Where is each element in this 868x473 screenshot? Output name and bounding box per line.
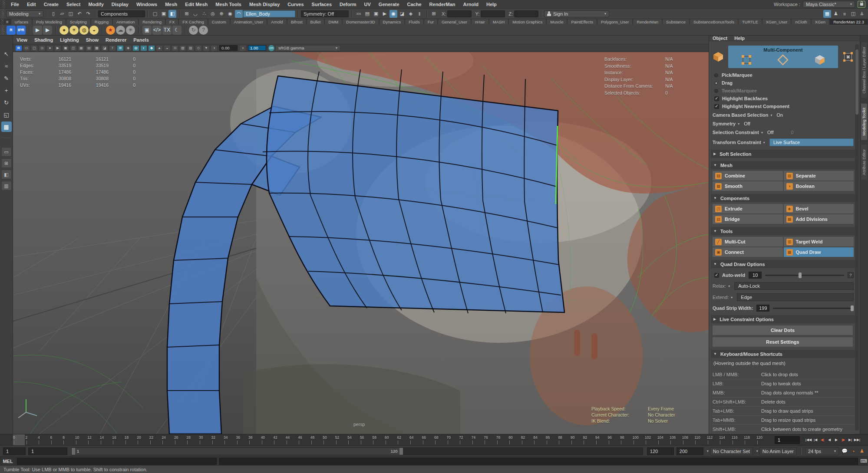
batch-render-icon[interactable]: ▶	[33, 26, 42, 35]
timeline-tick[interactable]: 86	[546, 434, 558, 445]
quad-draw-options-header[interactable]: ▼Quad Draw Options	[711, 260, 857, 268]
panel-menu-item[interactable]: Lighting	[60, 37, 79, 43]
playback-button[interactable]: |◀	[812, 437, 819, 443]
menu-item[interactable]: Curves	[284, 2, 307, 7]
component-command-button[interactable]: ◳Extrude	[713, 204, 783, 214]
viewport-canvas[interactable]: Verts:16121161210 Edges:33519335190 Face…	[13, 52, 709, 434]
gamma-icon[interactable]: ◑	[239, 45, 246, 51]
transform-constraint-row[interactable]: Transform Constraint▾Live Surface	[713, 138, 854, 146]
auto-key-icon[interactable]: 💬	[841, 447, 848, 455]
extend-value[interactable]: Edge	[737, 293, 854, 301]
sun-light-icon[interactable]: ☀	[69, 26, 79, 35]
panel-toolbar-icon[interactable]: ⊞	[117, 45, 124, 51]
timeline-tick[interactable]: 64	[409, 434, 422, 445]
render-action-icon[interactable]: ‖	[416, 10, 423, 18]
sidebar-toggle-icon[interactable]: ◫	[849, 10, 857, 18]
shelf-tab[interactable]: RenderMan 22.3	[830, 19, 868, 25]
timeline-tick[interactable]: 48	[310, 434, 323, 445]
panel-menu-item[interactable]: Show	[86, 37, 99, 43]
selection-mask-dropdown[interactable]: Components	[98, 10, 145, 17]
rotate-tool[interactable]: ↻	[1, 97, 12, 108]
scale-tool[interactable]: ◱	[1, 109, 12, 120]
layout-single-pane[interactable]: ▭	[1, 147, 12, 157]
timeline-tick[interactable]: 56	[360, 434, 373, 445]
timeline-tick[interactable]: 44	[286, 434, 298, 445]
timeline-tick[interactable]: 102	[645, 434, 657, 445]
lasso-tool[interactable]: ≈	[1, 61, 12, 71]
checkbox-option[interactable]: ✓Highlight Nearest Component	[713, 104, 854, 109]
playback-button[interactable]: ▶	[833, 437, 840, 443]
panel-toolbar-icon[interactable]: ◈	[125, 45, 132, 51]
playback-button[interactable]: ▶|	[847, 437, 854, 443]
panel-toolbar-icon[interactable]: ▦	[78, 45, 85, 51]
shelf-tab[interactable]: Dynamics	[380, 19, 405, 25]
symmetry-row[interactable]: Symmetry▾Off	[713, 121, 854, 126]
timeline-tick[interactable]: 74	[472, 434, 484, 445]
panel-toolbar-icon[interactable]: ◎	[39, 45, 46, 51]
tools-section-header[interactable]: ▼Tools	[711, 227, 857, 235]
shelf-tab[interactable]: Poly Modeling	[33, 19, 66, 25]
timeline-tick[interactable]: 14	[100, 434, 112, 445]
panel-toolbar-icon[interactable]: ▧	[179, 45, 186, 51]
camera-based-selection-row[interactable]: Camera Based Selection▾On	[713, 112, 854, 118]
character-icon[interactable]: ♟	[858, 447, 866, 455]
timeline-tick[interactable]: 32	[211, 434, 224, 445]
mesh-command-button[interactable]: ▧Combine	[713, 171, 783, 181]
menu-set-dropdown[interactable]: Modeling▾	[6, 10, 43, 17]
panel-toolbar-icon[interactable]: ▼	[203, 45, 210, 51]
render-action-icon[interactable]: ◉	[389, 10, 397, 18]
render-action-icon[interactable]: ◈	[407, 10, 415, 18]
selection-mode-icon[interactable]: ◧	[168, 10, 176, 18]
playback-button[interactable]: |◀◀	[805, 437, 812, 443]
tool-command-button[interactable]: ╱Multi-Cut	[713, 237, 783, 246]
timeline-tick[interactable]: 108	[682, 434, 695, 445]
timeline-tick[interactable]: 50	[323, 434, 335, 445]
panel-toolbar-icon[interactable]: ◍	[132, 45, 139, 51]
shelf-tab[interactable]: Bullet	[307, 19, 324, 25]
render-action-icon[interactable]: ▣	[372, 10, 380, 18]
panel-toolbar-icon[interactable]: R	[15, 45, 22, 51]
vertex-mode-icon[interactable]	[741, 54, 752, 66]
timeline-tick[interactable]: 16	[112, 434, 125, 445]
panel-menu-item[interactable]: Shading	[34, 37, 53, 43]
file-action-icon[interactable]: ▯	[50, 10, 57, 18]
timeline-tick[interactable]: 112	[707, 434, 719, 445]
snap-icon[interactable]: ◡	[191, 10, 199, 18]
object-mode-icon[interactable]	[713, 51, 724, 62]
menu-item[interactable]: Mesh	[161, 2, 181, 7]
extend-row[interactable]: Extend:▾ Edge	[713, 293, 854, 301]
menu-item[interactable]: Mesh Display	[245, 2, 284, 7]
paint-select-tool[interactable]: ✎	[1, 73, 12, 83]
selection-constraint-row[interactable]: Selection Constraint▾Off0	[713, 130, 854, 135]
component-command-button[interactable]: ◈Bevel	[784, 204, 854, 214]
tool-command-button[interactable]: ▥Target Weld	[784, 237, 854, 246]
timeline-tick[interactable]: 24	[162, 434, 174, 445]
timeline-tick[interactable]: 110	[694, 434, 707, 445]
timeline-tick[interactable]: 54	[347, 434, 360, 445]
panel-menu-item[interactable]: Renderer	[106, 37, 126, 43]
snap-icon[interactable]: ⊞	[183, 10, 191, 18]
statusline-grip[interactable]	[2, 9, 4, 19]
menu-item[interactable]: Windows	[132, 2, 161, 7]
shelf-tab[interactable]: SubstanceBonusTools	[690, 19, 738, 25]
live-constraint-options-header[interactable]: ▶Live Constraint Options	[711, 315, 857, 323]
point-light-icon[interactable]: ●	[59, 26, 69, 35]
shelf-tab[interactable]: urfaces	[11, 19, 32, 25]
menu-item[interactable]: Surfaces	[308, 2, 336, 7]
menu-item[interactable]: Deform	[336, 2, 360, 7]
code-icon[interactable]: </>	[152, 26, 162, 35]
color-management-toggle[interactable]: cm	[268, 45, 274, 51]
timeline-tick[interactable]: 106	[670, 434, 682, 445]
shelf-tab[interactable]: Sculpting	[66, 19, 90, 25]
reset-settings-button[interactable]: Reset Settings	[713, 337, 853, 347]
shelf-menu-icon[interactable]: ≡	[6, 20, 9, 24]
timeline-ticks[interactable]: 0246810121416182022242628303234363840424…	[13, 434, 769, 445]
quad-draw-current-tool[interactable]: ▦	[1, 122, 12, 132]
relax-row[interactable]: Relax:▾ Auto-Lock	[713, 282, 854, 290]
timeline-tick[interactable]: 40	[261, 434, 274, 445]
toolkit-scrollbar[interactable]	[855, 44, 859, 430]
fps-dropdown[interactable]: 24 fps▾	[805, 447, 839, 455]
mesh-section-header[interactable]: ▼Mesh	[711, 161, 857, 169]
workspace-lock-button[interactable]	[858, 1, 865, 8]
panel-toolbar-icon[interactable]: T	[109, 45, 116, 51]
